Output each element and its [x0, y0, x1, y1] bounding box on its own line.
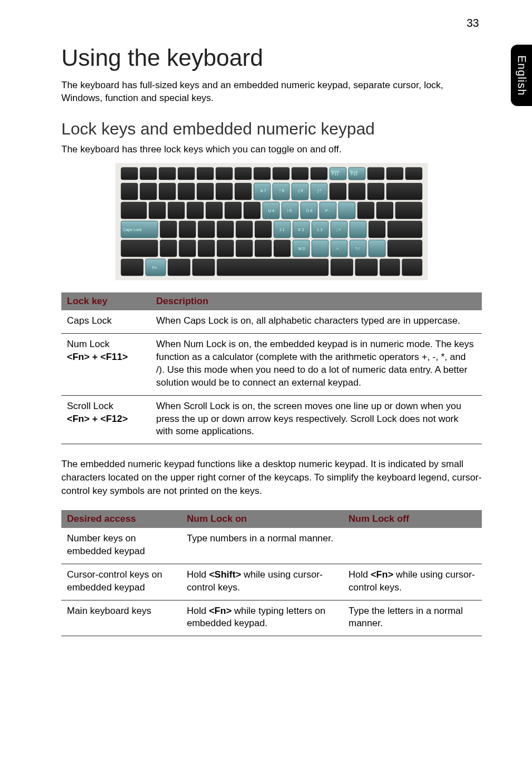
page-title: Using the keyboard	[61, 45, 482, 71]
svg-rect-47	[198, 240, 215, 257]
svg-rect-57	[331, 259, 353, 276]
svg-rect-30	[206, 202, 223, 219]
svg-text:P -: P -	[325, 209, 330, 213]
key-combo: <Fn> + <F11>	[67, 352, 128, 362]
svg-text:; +: ; +	[336, 228, 341, 232]
table-row: Num Lock <Fn> + <F11> When Num Lock is o…	[61, 333, 482, 395]
table-row: Number keys on embedded keypad Type numb…	[61, 528, 482, 564]
numlock-off-cell	[343, 528, 482, 564]
table-row: Scroll Lock <Fn> + <F12> When Scroll Loc…	[61, 395, 482, 444]
svg-rect-18	[178, 183, 195, 200]
text: Hold	[187, 569, 209, 580]
svg-text:M 0: M 0	[298, 247, 305, 251]
description-cell: When Scroll Lock is on, the screen moves…	[151, 395, 482, 444]
svg-text:K 2: K 2	[298, 228, 304, 232]
svg-rect-40	[236, 221, 253, 238]
svg-rect-12	[367, 167, 384, 180]
intro-text: The keyboard has full-sized keys and an …	[61, 79, 482, 105]
table-header: Num Lock off	[343, 510, 482, 528]
svg-rect-17	[159, 183, 176, 200]
svg-rect-52	[388, 240, 422, 257]
svg-text:NumLk: NumLk	[331, 170, 340, 173]
svg-rect-26	[121, 202, 147, 219]
svg-rect-29	[187, 202, 204, 219]
svg-rect-22	[330, 183, 346, 200]
svg-rect-32	[244, 202, 260, 219]
svg-text:U 4: U 4	[268, 209, 274, 213]
svg-rect-9	[273, 167, 289, 180]
svg-rect-50	[255, 240, 272, 257]
svg-rect-25	[386, 183, 422, 200]
numlock-on-cell: Hold <Fn> while typing letters on embedd…	[181, 600, 343, 636]
svg-rect-55	[192, 259, 215, 276]
table-row: Main keyboard keys Hold <Fn> while typin…	[61, 600, 482, 636]
svg-rect-4	[178, 167, 195, 180]
svg-text:O 6: O 6	[306, 209, 312, 213]
svg-rect-8	[254, 167, 270, 180]
lock-key-cell: Caps Lock	[61, 310, 151, 333]
svg-rect-5	[197, 167, 214, 180]
svg-rect-46	[179, 240, 196, 257]
svg-text:) *: ) *	[317, 189, 321, 193]
table-header: Desired access	[61, 510, 181, 528]
svg-text:? /: ? /	[355, 247, 360, 251]
page-number: 33	[467, 17, 479, 30]
svg-rect-21	[235, 183, 252, 200]
table-row: Caps Lock When Caps Lock is on, all alph…	[61, 310, 482, 333]
svg-text:* 8: * 8	[279, 189, 284, 193]
numlock-off-cell: Hold <Fn> while using cursor-control key…	[343, 564, 482, 600]
lock-key-cell: Scroll Lock <Fn> + <F12>	[61, 395, 151, 444]
svg-rect-38	[198, 221, 215, 238]
svg-rect-43	[388, 221, 422, 238]
svg-text:Fn: Fn	[152, 266, 157, 270]
svg-rect-78	[312, 240, 328, 257]
svg-rect-54	[168, 259, 190, 276]
svg-rect-10	[292, 167, 308, 180]
svg-rect-37	[179, 221, 196, 238]
svg-text:Caps Lock: Caps Lock	[123, 228, 142, 232]
keyboard-image: Caps Lock Fn F11F12 & 7* 8( 9) * U 4I 5O…	[115, 163, 428, 280]
svg-rect-53	[121, 259, 143, 276]
svg-rect-36	[160, 221, 177, 238]
access-cell: Main keyboard keys	[61, 600, 181, 636]
svg-text:J 1: J 1	[279, 228, 284, 232]
svg-rect-11	[311, 167, 327, 180]
svg-rect-59	[380, 259, 400, 276]
svg-text:Scr Lk: Scr Lk	[350, 170, 358, 173]
svg-rect-27	[149, 202, 166, 219]
lock-key-cell: Num Lock <Fn> + <F11>	[61, 333, 151, 395]
svg-rect-76	[350, 221, 366, 238]
desired-access-table: Desired access Num Lock on Num Lock off …	[61, 510, 482, 637]
numlock-off-cell: Type the letters in a normal manner.	[343, 600, 482, 636]
svg-rect-6	[216, 167, 233, 180]
svg-rect-7	[235, 167, 252, 180]
key-label: <Fn>	[209, 606, 232, 616]
svg-text:& 7: & 7	[260, 189, 267, 193]
svg-rect-41	[255, 221, 272, 238]
section-title: Lock keys and embedded numeric keypad	[61, 119, 482, 138]
svg-rect-44	[121, 240, 158, 257]
page-content: Using the keyboard The keyboard has full…	[0, 0, 532, 672]
numlock-on-cell: Type numbers in a normal manner.	[181, 528, 343, 564]
table-header: Description	[151, 292, 482, 310]
svg-rect-20	[216, 183, 233, 200]
key-name: Num Lock	[67, 339, 110, 349]
svg-rect-42	[369, 221, 385, 238]
svg-text:L 3: L 3	[317, 228, 323, 232]
svg-rect-13	[386, 167, 403, 180]
svg-rect-58	[355, 259, 378, 276]
lock-keys-table: Lock key Description Caps Lock When Caps…	[61, 292, 482, 445]
svg-rect-23	[349, 183, 365, 200]
text: Hold	[349, 569, 371, 580]
table-header: Num Lock on	[181, 510, 343, 528]
svg-rect-15	[121, 183, 138, 200]
key-label: <Fn>	[371, 569, 394, 580]
svg-rect-19	[197, 183, 214, 200]
svg-rect-71	[338, 202, 355, 219]
svg-text:( 9: ( 9	[298, 189, 303, 193]
paragraph: The embedded numeric keypad functions li…	[61, 458, 482, 497]
access-cell: Cursor-control keys on embedded keypad	[61, 564, 181, 600]
svg-rect-2	[140, 167, 157, 180]
svg-rect-49	[236, 240, 253, 257]
language-tab: English	[511, 45, 532, 106]
